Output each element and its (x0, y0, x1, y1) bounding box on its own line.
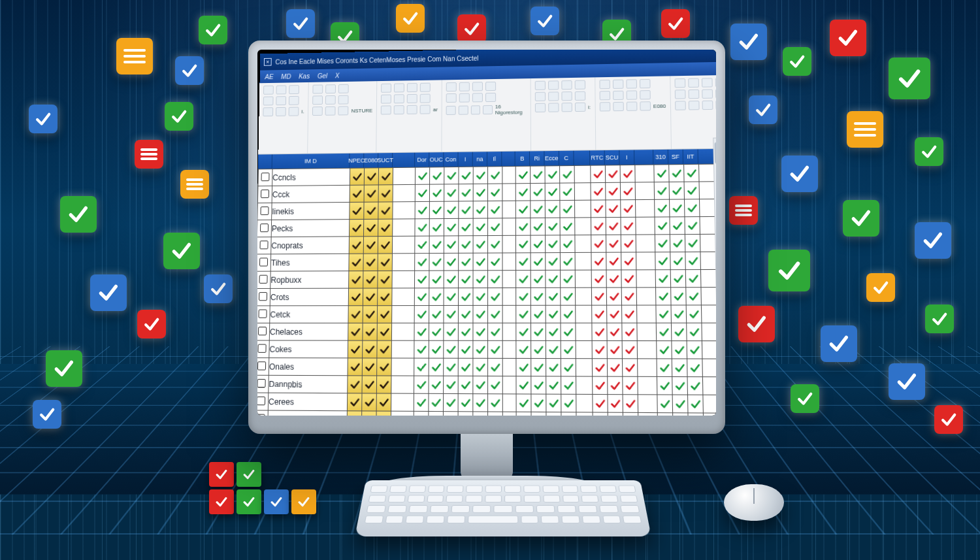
ribbon-button[interactable] (613, 91, 624, 100)
ribbon-button[interactable] (715, 78, 716, 87)
row-name[interactable]: Cerees (268, 393, 347, 411)
ribbon-button[interactable] (313, 95, 323, 105)
check-cell[interactable] (531, 253, 546, 271)
check-cell[interactable] (364, 168, 378, 185)
column-header[interactable]: RTC (590, 150, 605, 165)
check-cell[interactable] (444, 236, 458, 254)
check-cell[interactable] (606, 288, 621, 305)
row-checkbox[interactable] (257, 254, 271, 271)
ribbon-button[interactable] (561, 103, 572, 112)
column-header[interactable]: Ri (530, 151, 545, 166)
ribbon-group[interactable]: SUCT (670, 74, 716, 149)
check-cell[interactable] (670, 217, 685, 235)
ribbon-button[interactable] (394, 94, 404, 103)
ribbon-button[interactable] (626, 79, 637, 88)
ribbon-button[interactable] (599, 91, 610, 100)
row-name[interactable]: Ropbuxx (270, 271, 349, 289)
check-cell[interactable] (671, 288, 687, 305)
check-cell[interactable] (546, 412, 561, 416)
check-cell[interactable] (531, 183, 546, 201)
row-checkbox[interactable] (257, 288, 270, 305)
column-header[interactable]: E080 (364, 153, 378, 167)
check-cell[interactable] (414, 271, 429, 288)
ribbon-button[interactable] (674, 90, 685, 99)
check-cell[interactable] (347, 411, 362, 416)
check-cell[interactable] (655, 252, 670, 270)
check-cell[interactable] (607, 340, 622, 358)
ribbon-button[interactable] (313, 84, 323, 93)
check-cell[interactable] (657, 359, 672, 377)
check-cell[interactable] (531, 412, 546, 416)
check-cell[interactable] (605, 165, 620, 183)
check-cell[interactable] (488, 235, 502, 253)
ribbon-button[interactable] (613, 80, 624, 89)
check-cell[interactable] (444, 358, 459, 376)
column-header[interactable] (502, 152, 515, 166)
check-cell[interactable] (350, 185, 364, 202)
check-cell[interactable] (429, 271, 444, 288)
row-checkbox[interactable] (257, 393, 269, 410)
ribbon-group[interactable]: I. (258, 82, 309, 154)
check-cell[interactable] (593, 394, 608, 412)
check-cell[interactable] (459, 201, 473, 219)
check-cell[interactable] (560, 200, 575, 218)
check-cell[interactable] (362, 358, 377, 376)
table-row[interactable]: Ropbuxx (257, 269, 716, 288)
column-header[interactable] (634, 150, 653, 165)
check-cell[interactable] (488, 167, 502, 184)
check-cell[interactable] (560, 165, 575, 183)
ribbon-button[interactable] (548, 103, 559, 112)
check-cell[interactable] (669, 182, 684, 199)
check-cell[interactable] (531, 305, 546, 323)
ribbon-button[interactable] (675, 101, 686, 110)
check-cell[interactable] (429, 393, 444, 411)
table-row[interactable]: Tihes (257, 252, 716, 271)
ribbon-button[interactable] (276, 85, 287, 94)
check-cell[interactable] (362, 393, 377, 411)
check-cell[interactable] (473, 184, 487, 201)
check-cell[interactable] (378, 236, 392, 254)
check-cell[interactable] (473, 201, 487, 219)
check-cell[interactable] (657, 413, 673, 416)
ribbon-group[interactable]: NSTURE (308, 81, 378, 154)
check-cell[interactable] (685, 217, 700, 235)
check-cell[interactable] (654, 182, 669, 199)
check-cell[interactable] (515, 218, 531, 236)
check-cell[interactable] (429, 201, 444, 219)
ribbon-button[interactable] (263, 86, 274, 95)
check-cell[interactable] (378, 288, 392, 306)
check-cell[interactable] (443, 412, 458, 416)
check-cell[interactable] (593, 376, 608, 395)
ribbon-button[interactable] (381, 95, 391, 104)
column-header[interactable] (393, 153, 415, 167)
check-cell[interactable] (591, 218, 606, 235)
row-checkbox[interactable] (257, 375, 269, 393)
check-cell[interactable] (671, 323, 687, 340)
check-cell[interactable] (444, 167, 459, 184)
column-header[interactable]: I (459, 152, 473, 167)
check-cell[interactable] (415, 184, 429, 201)
check-cell[interactable] (444, 305, 459, 323)
row-name[interactable]: Crocks (268, 410, 348, 416)
ribbon-button[interactable] (289, 96, 299, 105)
row-name[interactable]: Cnoprats (271, 237, 350, 254)
check-cell[interactable] (606, 235, 621, 252)
table-row[interactable]: Cetck (257, 305, 716, 323)
check-cell[interactable] (349, 271, 363, 289)
check-cell[interactable] (429, 253, 444, 271)
check-cell[interactable] (606, 270, 621, 288)
check-cell[interactable] (349, 237, 363, 254)
check-cell[interactable] (623, 376, 638, 395)
check-cell[interactable] (444, 218, 458, 236)
check-cell[interactable] (606, 252, 621, 270)
check-cell[interactable] (488, 184, 502, 201)
check-cell[interactable] (657, 376, 672, 395)
check-cell[interactable] (378, 219, 393, 236)
check-cell[interactable] (592, 323, 607, 340)
check-cell[interactable] (561, 394, 576, 412)
check-cell[interactable] (546, 270, 561, 288)
check-cell[interactable] (415, 236, 429, 254)
check-cell[interactable] (531, 358, 546, 376)
scrollbar-thumb[interactable] (714, 142, 716, 164)
check-cell[interactable] (414, 393, 429, 411)
